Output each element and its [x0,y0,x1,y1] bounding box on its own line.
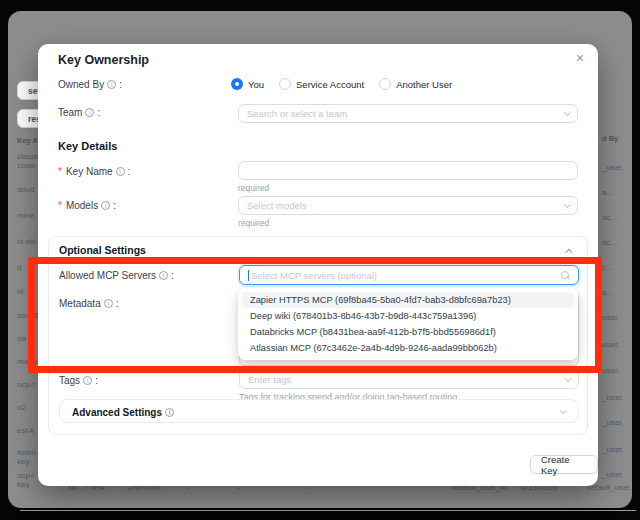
bg-table-fragment: ni-elo [17,237,37,246]
bg-table-fragment: user, [602,313,619,322]
modal-title: Key Ownership [58,53,149,67]
bg-table-fragment: _user, [602,418,624,427]
radio-another-user[interactable]: Another User [379,78,452,90]
bg-table-fragment: d [17,263,21,272]
key-details-heading: Key Details [58,140,117,152]
bg-table-fragment: user, [602,366,619,375]
bg-table-fragment: a... [602,288,613,297]
models-select[interactable]: Select models [238,196,578,215]
bg-table-fragment: est-k [17,426,34,435]
bg-table-fragment: c... [602,263,613,272]
bg-table-fragment: ni [17,287,23,296]
screenshot-root: set F result Key A claude code- ddvd min… [0,0,640,520]
owned-by-radio-group: You Service Account Another User [231,78,452,90]
tags-placeholder: Enter tags [248,374,291,385]
tags-label-text: Tags [59,375,80,386]
radio-service-account[interactable]: Service Account [279,78,364,90]
bg-table-fragment: _user, [602,470,624,479]
bg-table-fragment: dc... [602,213,617,222]
bg-table-fragment: dc... [602,238,617,247]
models-label-text: Models [66,200,98,211]
required-asterisk: * [58,200,62,211]
bg-table-fragment: ddvd [17,185,34,194]
annotation-rectangle [28,257,602,373]
chevron-up-icon[interactable] [565,249,572,256]
label-colon [95,375,98,386]
info-icon [116,167,125,176]
radio-label: You [248,79,264,90]
info-icon [101,201,110,210]
bg-table-fragment: oa [17,334,26,343]
info-icon [107,80,116,89]
bg-table-fragment: o2 [17,403,26,412]
models-required-hint: required [238,218,269,228]
team-label-text: Team [58,107,82,118]
chevron-down-icon [565,375,572,382]
key-name-required-hint: required [238,183,269,193]
owned-by-label: Owned By [58,79,122,90]
bg-table-fragment: user, [602,340,619,349]
radio-you[interactable]: You [231,78,264,90]
bg-table-fragment: _user, [602,445,624,454]
label-colon [119,79,122,90]
tags-label: Tags [59,375,98,386]
info-icon [85,108,94,117]
radio-selected-icon [231,78,243,90]
optional-settings-heading[interactable]: Optional Settings [59,244,146,256]
advanced-settings-heading-text: Advanced Settings [72,407,162,418]
chevron-down-icon [564,201,571,208]
label-colon [128,166,131,177]
models-label: * Models [58,200,116,211]
radio-label: Another User [396,79,452,90]
team-placeholder: Search or select a team [247,108,347,119]
bg-table-fragment: _user, [602,393,624,402]
bg-table-fragment: mine [17,211,34,220]
advanced-settings-panel[interactable]: Advanced Settings [59,399,579,423]
chevron-down-icon [564,109,571,116]
label-colon [113,200,116,211]
bg-table-header-fragment: d By [602,134,618,143]
radio-label: Service Account [296,79,364,90]
bg-table-header-fragment: Key A [17,136,38,145]
team-label: Team [58,107,100,118]
radio-unselected-icon [379,78,391,90]
close-icon[interactable]: × [576,51,584,65]
owned-by-label-text: Owned By [58,79,104,90]
bg-table-fragment: _user, [602,163,624,172]
info-icon [83,376,92,385]
bg-table-divider [20,510,636,511]
bg-table-fragment: a... [602,188,613,197]
label-colon [97,107,100,118]
bg-table-fragment: key [17,457,29,466]
key-name-label: * Key Name [58,166,130,177]
key-name-input[interactable] [238,161,578,180]
models-placeholder: Select models [247,200,307,211]
advanced-settings-heading: Advanced Settings [72,407,174,418]
info-icon [165,408,174,417]
bg-table-fragment: key [17,480,29,489]
bg-table-fragment: ncp-l [17,471,34,480]
bg-table-fragment: itellm- [17,448,38,457]
create-key-button[interactable]: Create Key [530,455,598,474]
bg-table-fragment: code- [17,161,37,170]
radio-unselected-icon [279,78,291,90]
key-name-label-text: Key Name [66,166,113,177]
chevron-down-icon [560,407,567,414]
required-asterisk: * [58,166,62,177]
team-select[interactable]: Search or select a team [238,104,578,123]
bg-table-fragment: ncp-t [17,380,35,389]
